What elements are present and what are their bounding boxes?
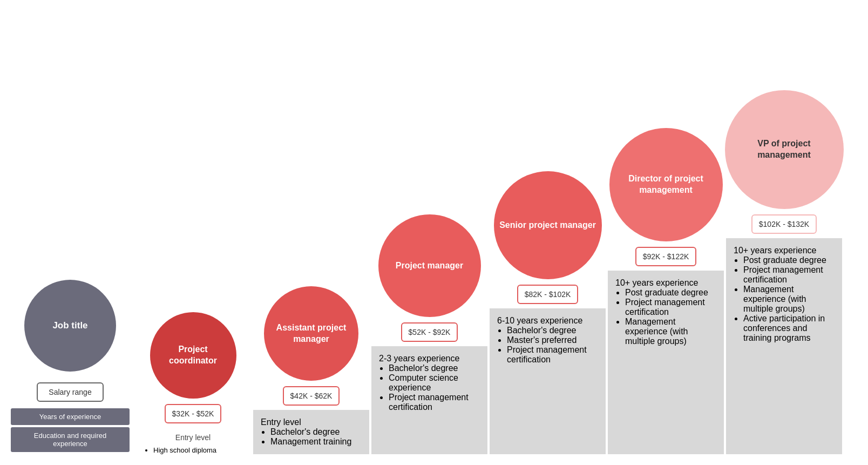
pm-exp-label: 2-3 years experience — [379, 354, 480, 363]
circle-director: Director of project management — [609, 128, 723, 241]
circle-label-director: Director of project management — [609, 173, 723, 196]
chart-container: Job title Salary range Years of experien… — [0, 0, 868, 465]
salary-box-vp: $102K - $132K — [751, 214, 817, 234]
spm-edu-2: Master's preferred — [507, 335, 598, 345]
salary-box-spm: $82K - $102K — [517, 285, 579, 304]
spm-info-block: 6-10 years experience Bachelor's degree … — [490, 308, 606, 454]
dir-edu-3: Management experience (with multiple gro… — [625, 317, 716, 346]
vp-edu-2: Project management certification — [743, 265, 835, 285]
apm-info-block: Entry level Bachelor's degree Management… — [253, 410, 369, 454]
pc-edu-item: High school diploma — [153, 446, 243, 454]
salary-box-pm: $52K - $92K — [401, 322, 458, 342]
apm-edu-1: Bachelor's degree — [270, 427, 362, 437]
apm-edu-2: Management training — [270, 437, 362, 447]
pc-exp-block: Entry level High school diploma — [135, 428, 251, 454]
dir-info-block: 10+ years experience Post graduate degre… — [608, 271, 724, 454]
vp-info-block: 10+ years experience Post graduate degre… — [726, 238, 842, 454]
vp-edu-1: Post graduate degree — [743, 255, 835, 265]
column-director: Director of project management $92K - $1… — [608, 128, 724, 454]
vp-exp-label: 10+ years experience — [734, 246, 835, 255]
salary-box-pc: $32K - $52K — [165, 404, 222, 423]
salary-range-legend: Salary range — [37, 382, 103, 402]
education-legend: Education and required experience — [11, 427, 130, 452]
circle-pm: Project manager — [378, 214, 481, 317]
pm-edu-3: Project management certification — [389, 393, 480, 412]
legend-column: Job title Salary range Years of experien… — [11, 280, 130, 454]
column-spm: Senior project manager $82K - $102K 6-10… — [490, 171, 606, 454]
column-vp: VP of project management $102K - $132K 1… — [726, 90, 842, 454]
salary-box-director: $92K - $122K — [635, 247, 697, 266]
column-assistant-pm: Assistant project manager $42K - $62K En… — [253, 286, 369, 454]
salary-box-apm: $42K - $62K — [283, 386, 340, 406]
pc-exp-label: Entry level — [143, 433, 243, 442]
circle-label-apm: Assistant project manager — [264, 322, 358, 345]
years-experience-legend: Years of experience — [11, 408, 130, 425]
vp-edu-4: Active participation in conferences and … — [743, 314, 835, 343]
dir-edu-1: Post graduate degree — [625, 288, 716, 298]
pm-edu-2: Computer science experience — [389, 373, 480, 393]
column-project-coordinator: Project coordinator $32K - $52K Entry le… — [135, 312, 251, 454]
spm-edu-3: Project management certification — [507, 345, 598, 365]
pc-lower: Entry level High school diploma — [135, 428, 251, 454]
circle-label-pc: Project coordinator — [150, 344, 236, 367]
dir-exp-label: 10+ years experience — [615, 278, 716, 288]
circle-apm: Assistant project manager — [264, 286, 358, 381]
pm-edu-1: Bachelor's degree — [389, 363, 480, 373]
circle-project-coordinator: Project coordinator — [150, 312, 236, 399]
circle-spm: Senior project manager — [494, 171, 602, 279]
apm-exp-label: Entry level — [261, 417, 362, 427]
spm-exp-label: 6-10 years experience — [497, 316, 598, 326]
spm-edu-1: Bachelor's degree — [507, 326, 598, 335]
job-title-circle: Job title — [24, 280, 116, 372]
column-pm: Project manager $52K - $92K 2-3 years ex… — [371, 214, 487, 454]
circle-label-pm: Project manager — [390, 260, 469, 272]
vp-edu-3: Management experience (with multiple gro… — [743, 285, 835, 314]
pm-info-block: 2-3 years experience Bachelor's degree C… — [371, 346, 487, 454]
dir-edu-2: Project management certification — [625, 298, 716, 317]
circle-vp: VP of project management — [725, 90, 844, 209]
circle-label-spm: Senior project manager — [494, 220, 601, 231]
circle-label-vp: VP of project management — [725, 138, 844, 161]
